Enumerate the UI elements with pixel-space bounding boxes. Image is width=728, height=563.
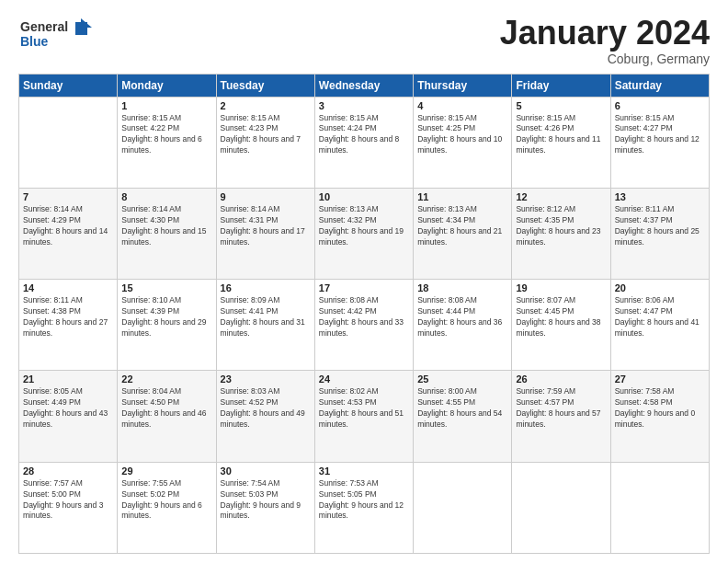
day-number: 12 bbox=[516, 191, 606, 202]
day-info: Sunrise: 8:13 AMSunset: 4:32 PMDaylight:… bbox=[319, 204, 409, 248]
day-number: 13 bbox=[615, 191, 705, 202]
day-number: 18 bbox=[417, 282, 507, 293]
calendar-cell: 3Sunrise: 8:15 AMSunset: 4:24 PMDaylight… bbox=[314, 97, 413, 188]
calendar-cell: 13Sunrise: 8:11 AMSunset: 4:37 PMDayligh… bbox=[610, 188, 709, 279]
day-number: 27 bbox=[615, 373, 705, 385]
day-number: 23 bbox=[221, 373, 311, 385]
day-number: 31 bbox=[319, 465, 409, 477]
calendar-cell: 25Sunrise: 8:00 AMSunset: 4:55 PMDayligh… bbox=[414, 371, 512, 462]
calendar-cell: 28Sunrise: 7:57 AMSunset: 5:00 PMDayligh… bbox=[19, 462, 118, 553]
day-info: Sunrise: 7:53 AMSunset: 5:05 PMDaylight:… bbox=[319, 478, 409, 523]
calendar-cell: 11Sunrise: 8:13 AMSunset: 4:34 PMDayligh… bbox=[414, 188, 512, 279]
day-info: Sunrise: 8:15 AMSunset: 4:23 PMDaylight:… bbox=[221, 113, 311, 157]
day-info: Sunrise: 8:15 AMSunset: 4:27 PMDaylight:… bbox=[615, 113, 705, 157]
day-number: 17 bbox=[319, 282, 409, 293]
day-info: Sunrise: 8:03 AMSunset: 4:52 PMDaylight:… bbox=[221, 386, 311, 431]
day-number: 20 bbox=[615, 282, 705, 293]
header-cell-thursday: Thursday bbox=[414, 74, 512, 97]
header-cell-friday: Friday bbox=[512, 74, 610, 97]
day-number: 3 bbox=[319, 100, 409, 111]
calendar-cell: 31Sunrise: 7:53 AMSunset: 5:05 PMDayligh… bbox=[314, 462, 413, 553]
calendar-cell: 18Sunrise: 8:08 AMSunset: 4:44 PMDayligh… bbox=[414, 280, 512, 371]
svg-text:Blue: Blue bbox=[20, 34, 49, 49]
calendar-week-row: 14Sunrise: 8:11 AMSunset: 4:38 PMDayligh… bbox=[19, 280, 710, 371]
header-cell-monday: Monday bbox=[118, 74, 216, 97]
day-number: 9 bbox=[221, 191, 311, 202]
day-info: Sunrise: 7:58 AMSunset: 4:58 PMDaylight:… bbox=[615, 386, 705, 431]
day-number: 6 bbox=[615, 100, 705, 111]
calendar-cell: 1Sunrise: 8:15 AMSunset: 4:22 PMDaylight… bbox=[118, 97, 216, 188]
calendar-cell: 4Sunrise: 8:15 AMSunset: 4:25 PMDaylight… bbox=[414, 97, 512, 188]
calendar-cell: 16Sunrise: 8:09 AMSunset: 4:41 PMDayligh… bbox=[216, 280, 314, 371]
day-number: 19 bbox=[516, 282, 606, 293]
day-info: Sunrise: 8:05 AMSunset: 4:49 PMDaylight:… bbox=[23, 386, 113, 431]
day-info: Sunrise: 8:04 AMSunset: 4:50 PMDaylight:… bbox=[121, 386, 211, 431]
svg-marker-3 bbox=[81, 18, 92, 28]
day-number: 4 bbox=[417, 100, 507, 111]
day-number: 21 bbox=[23, 373, 113, 385]
calendar-cell: 21Sunrise: 8:05 AMSunset: 4:49 PMDayligh… bbox=[19, 371, 118, 462]
header: General Blue January 2024 Coburg, German… bbox=[18, 15, 710, 66]
svg-text:General: General bbox=[20, 19, 68, 34]
calendar-table: SundayMondayTuesdayWednesdayThursdayFrid… bbox=[18, 74, 710, 554]
day-number: 28 bbox=[23, 465, 113, 477]
day-number: 16 bbox=[221, 282, 311, 293]
day-number: 22 bbox=[121, 373, 211, 385]
calendar-cell: 24Sunrise: 8:02 AMSunset: 4:53 PMDayligh… bbox=[314, 371, 413, 462]
calendar-cell: 6Sunrise: 8:15 AMSunset: 4:27 PMDaylight… bbox=[610, 97, 709, 188]
day-info: Sunrise: 8:14 AMSunset: 4:31 PMDaylight:… bbox=[221, 204, 311, 248]
header-cell-wednesday: Wednesday bbox=[314, 74, 413, 97]
day-info: Sunrise: 7:57 AMSunset: 5:00 PMDaylight:… bbox=[23, 478, 113, 523]
calendar-cell bbox=[414, 462, 512, 553]
day-number: 29 bbox=[121, 465, 211, 477]
day-info: Sunrise: 8:15 AMSunset: 4:25 PMDaylight:… bbox=[417, 113, 507, 157]
calendar-week-row: 21Sunrise: 8:05 AMSunset: 4:49 PMDayligh… bbox=[19, 371, 710, 462]
calendar-cell: 27Sunrise: 7:58 AMSunset: 4:58 PMDayligh… bbox=[610, 371, 709, 462]
calendar-week-row: 28Sunrise: 7:57 AMSunset: 5:00 PMDayligh… bbox=[19, 462, 710, 553]
calendar-cell: 10Sunrise: 8:13 AMSunset: 4:32 PMDayligh… bbox=[314, 188, 413, 279]
day-info: Sunrise: 8:09 AMSunset: 4:41 PMDaylight:… bbox=[221, 295, 311, 339]
calendar-cell: 19Sunrise: 8:07 AMSunset: 4:45 PMDayligh… bbox=[512, 280, 610, 371]
calendar-cell bbox=[512, 462, 610, 553]
calendar-cell: 29Sunrise: 7:55 AMSunset: 5:02 PMDayligh… bbox=[118, 462, 216, 553]
day-info: Sunrise: 8:15 AMSunset: 4:26 PMDaylight:… bbox=[516, 113, 606, 157]
calendar-cell bbox=[610, 462, 709, 553]
day-info: Sunrise: 8:11 AMSunset: 4:38 PMDaylight:… bbox=[23, 295, 113, 339]
calendar-week-row: 7Sunrise: 8:14 AMSunset: 4:29 PMDaylight… bbox=[19, 188, 710, 279]
calendar-cell bbox=[19, 97, 118, 188]
day-number: 14 bbox=[23, 282, 113, 293]
day-number: 8 bbox=[121, 191, 211, 202]
day-info: Sunrise: 7:55 AMSunset: 5:02 PMDaylight:… bbox=[121, 478, 211, 523]
calendar-cell: 14Sunrise: 8:11 AMSunset: 4:38 PMDayligh… bbox=[19, 280, 118, 371]
logo: General Blue bbox=[18, 15, 101, 59]
day-info: Sunrise: 8:02 AMSunset: 4:53 PMDaylight:… bbox=[319, 386, 409, 431]
calendar-page: General Blue January 2024 Coburg, German… bbox=[0, 0, 728, 563]
title-block: January 2024 Coburg, Germany bbox=[500, 15, 710, 66]
day-info: Sunrise: 7:59 AMSunset: 4:57 PMDaylight:… bbox=[516, 386, 606, 431]
day-info: Sunrise: 8:15 AMSunset: 4:22 PMDaylight:… bbox=[121, 113, 211, 157]
day-number: 26 bbox=[516, 373, 606, 385]
calendar-cell: 15Sunrise: 8:10 AMSunset: 4:39 PMDayligh… bbox=[118, 280, 216, 371]
logo-icon: General Blue bbox=[18, 15, 101, 55]
calendar-subtitle: Coburg, Germany bbox=[500, 52, 710, 66]
day-info: Sunrise: 8:13 AMSunset: 4:34 PMDaylight:… bbox=[417, 204, 507, 248]
calendar-cell: 7Sunrise: 8:14 AMSunset: 4:29 PMDaylight… bbox=[19, 188, 118, 279]
day-number: 2 bbox=[221, 100, 311, 111]
day-info: Sunrise: 7:54 AMSunset: 5:03 PMDaylight:… bbox=[221, 478, 311, 523]
day-info: Sunrise: 8:12 AMSunset: 4:35 PMDaylight:… bbox=[516, 204, 606, 248]
calendar-cell: 12Sunrise: 8:12 AMSunset: 4:35 PMDayligh… bbox=[512, 188, 610, 279]
day-number: 15 bbox=[121, 282, 211, 293]
day-number: 24 bbox=[319, 373, 409, 385]
day-number: 25 bbox=[417, 373, 507, 385]
calendar-cell: 26Sunrise: 7:59 AMSunset: 4:57 PMDayligh… bbox=[512, 371, 610, 462]
calendar-cell: 23Sunrise: 8:03 AMSunset: 4:52 PMDayligh… bbox=[216, 371, 314, 462]
calendar-cell: 17Sunrise: 8:08 AMSunset: 4:42 PMDayligh… bbox=[314, 280, 413, 371]
calendar-cell: 9Sunrise: 8:14 AMSunset: 4:31 PMDaylight… bbox=[216, 188, 314, 279]
day-info: Sunrise: 8:08 AMSunset: 4:44 PMDaylight:… bbox=[417, 295, 507, 339]
day-info: Sunrise: 8:08 AMSunset: 4:42 PMDaylight:… bbox=[319, 295, 409, 339]
calendar-cell: 5Sunrise: 8:15 AMSunset: 4:26 PMDaylight… bbox=[512, 97, 610, 188]
calendar-cell: 8Sunrise: 8:14 AMSunset: 4:30 PMDaylight… bbox=[118, 188, 216, 279]
calendar-week-row: 1Sunrise: 8:15 AMSunset: 4:22 PMDaylight… bbox=[19, 97, 710, 188]
calendar-cell: 30Sunrise: 7:54 AMSunset: 5:03 PMDayligh… bbox=[216, 462, 314, 553]
day-info: Sunrise: 8:00 AMSunset: 4:55 PMDaylight:… bbox=[417, 386, 507, 431]
